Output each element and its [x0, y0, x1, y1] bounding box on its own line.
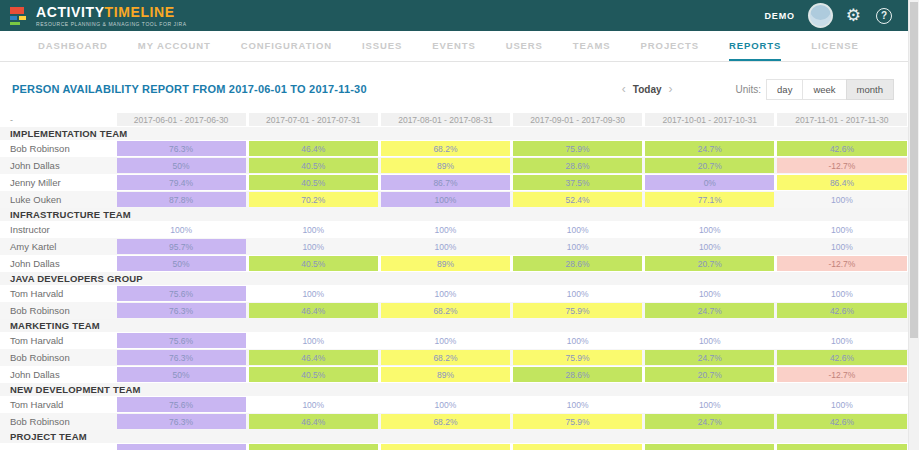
availability-cell: 46.4%: [247, 413, 379, 430]
next-period-button[interactable]: ›: [662, 82, 680, 96]
availability-cell: 40.5%: [247, 255, 379, 272]
table-row: Bob Robinson76.3%46.4%68.2%75.9%24.7%42.…: [0, 302, 908, 319]
availability-value: -12.7%: [777, 256, 906, 271]
availability-cell: 100%: [115, 221, 247, 238]
help-icon[interactable]: ?: [876, 8, 892, 24]
availability-cell: 68.2%: [379, 140, 511, 157]
date-column-header: 2017-06-01 - 2017-06-30: [117, 113, 246, 126]
nav-item-license[interactable]: LICENSE: [811, 31, 858, 61]
availability-cell: 70.2%: [247, 191, 379, 208]
availability-value: 42.6%: [777, 414, 906, 429]
logo-wordmark: ACTIVITYTIMELINE RESOURCE PLANNING & MAN…: [36, 5, 187, 27]
availability-value: 75.6%: [117, 286, 246, 301]
availability-value: 70.2%: [249, 192, 378, 207]
availability-cell: 87.8%: [115, 191, 247, 208]
availability-value: [513, 444, 642, 450]
availability-cell: 89%: [379, 157, 511, 174]
scrollbar-thumb[interactable]: [910, 2, 918, 338]
table-row: Bob Robinson76.3%46.4%68.2%75.9%24.7%42.…: [0, 413, 908, 430]
user-avatar[interactable]: [810, 5, 831, 26]
unit-button-month[interactable]: month: [846, 79, 894, 100]
availability-value: 68.2%: [381, 141, 510, 156]
availability-cell: 100%: [644, 396, 776, 413]
unit-button-day[interactable]: day: [766, 79, 803, 100]
availability-value: 68.2%: [381, 303, 510, 318]
table-row: John Dallas50%40.5%89%28.6%20.7%-12.7%: [0, 255, 908, 272]
availability-cell: -12.7%: [776, 255, 908, 272]
person-name: John Dallas: [0, 366, 115, 383]
availability-value: 86.7%: [381, 175, 510, 190]
availability-cell: 89%: [379, 366, 511, 383]
availability-value: 100%: [645, 333, 774, 348]
availability-cell: 100%: [776, 285, 908, 302]
availability-value: 24.7%: [645, 141, 774, 156]
table-row: Bob Robinson76.3%46.4%68.2%75.9%24.7%42.…: [0, 140, 908, 157]
person-name: Bob Robinson: [0, 140, 115, 157]
availability-cell: 68.2%: [379, 302, 511, 319]
availability-cell: 100%: [247, 396, 379, 413]
availability-cell: 100%: [379, 238, 511, 255]
nav-item-configuration[interactable]: CONFIGURATION: [241, 31, 332, 61]
nav-item-events[interactable]: EVENTS: [432, 31, 475, 61]
availability-cell: 100%: [379, 191, 511, 208]
prev-period-button[interactable]: ‹: [615, 82, 633, 96]
availability-cell: 28.6%: [512, 255, 644, 272]
availability-value: 77.1%: [645, 192, 774, 207]
nav-item-my-account[interactable]: MY ACCOUNT: [138, 31, 211, 61]
availability-value: 50%: [117, 158, 246, 173]
availability-cell: 100%: [644, 221, 776, 238]
availability-value: 100%: [513, 239, 642, 254]
logo-activity: ACTIVITY: [36, 4, 105, 20]
availability-cell: 24.7%: [644, 140, 776, 157]
availability-value: 100%: [249, 397, 378, 412]
unit-button-week[interactable]: week: [802, 79, 846, 100]
nav-item-teams[interactable]: TEAMS: [573, 31, 611, 61]
availability-value: 100%: [777, 222, 906, 237]
table-row: Tom Harvald75.6%100%100%100%100%100%: [0, 332, 908, 349]
availability-cell: 95.7%: [115, 238, 247, 255]
nav-item-users[interactable]: USERS: [506, 31, 543, 61]
availability-cell: 24.7%: [644, 413, 776, 430]
report-title: PERSON AVAILABILITY REPORT FROM 2017-06-…: [12, 83, 367, 95]
settings-gear-icon[interactable]: ⚙: [846, 7, 861, 24]
team-group-header-implementation-team: IMPLEMENTATION TEAM: [0, 127, 908, 140]
availability-cell: 79.4%: [115, 174, 247, 191]
availability-cell: 75.6%: [115, 396, 247, 413]
availability-cell: 76.3%: [115, 349, 247, 366]
nav-item-issues[interactable]: ISSUES: [362, 31, 402, 61]
availability-value: 100%: [645, 222, 774, 237]
availability-value: 89%: [381, 158, 510, 173]
page: ACTIVITYTIMELINE RESOURCE PLANNING & MAN…: [0, 0, 908, 450]
availability-value: 100%: [249, 286, 378, 301]
availability-cell: 100%: [644, 332, 776, 349]
logo-subtitle: RESOURCE PLANNING & MANAGING TOOL FOR JI…: [36, 21, 187, 27]
availability-cell: 100%: [247, 332, 379, 349]
availability-value: 46.4%: [249, 414, 378, 429]
nav-item-dashboard[interactable]: DASHBOARD: [38, 31, 108, 61]
availability-cell: 52.4%: [512, 191, 644, 208]
availability-value: 100%: [381, 333, 510, 348]
vertical-scrollbar[interactable]: [908, 0, 919, 450]
availability-value: 100%: [513, 333, 642, 348]
nav-item-reports[interactable]: REPORTS: [729, 31, 781, 61]
team-group-name: PROJECT TEAM: [10, 431, 87, 442]
availability-cell: 100%: [776, 332, 908, 349]
date-column-header: 2017-09-01 - 2017-09-30: [513, 113, 642, 126]
app-header: ACTIVITYTIMELINE RESOURCE PLANNING & MAN…: [0, 0, 908, 31]
availability-cell: 24.7%: [644, 302, 776, 319]
availability-value: 76.3%: [117, 303, 246, 318]
availability-value: 46.4%: [249, 141, 378, 156]
availability-cell: [247, 443, 379, 450]
availability-value: 46.4%: [249, 303, 378, 318]
today-button[interactable]: Today: [633, 84, 662, 95]
logo-timeline: TIMELINE: [105, 4, 175, 20]
availability-cell: 75.9%: [512, 140, 644, 157]
table-header-row: -2017-06-01 - 2017-06-302017-07-01 - 201…: [0, 112, 908, 127]
availability-value: 100%: [777, 333, 906, 348]
availability-cell: 40.5%: [247, 366, 379, 383]
date-column-header: 2017-10-01 - 2017-10-31: [645, 113, 774, 126]
team-group-name: IMPLEMENTATION TEAM: [10, 128, 127, 139]
nav-item-projects[interactable]: PROJECTS: [641, 31, 699, 61]
availability-cell: -12.7%: [776, 157, 908, 174]
person-name: Bob Robinson: [0, 413, 115, 430]
